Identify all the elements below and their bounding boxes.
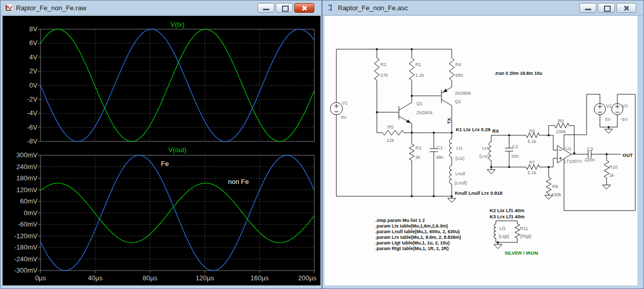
junction-dot: [608, 126, 610, 128]
schematic-label: .param Lnull table(Mu,1, 600u, 2, 630u): [375, 229, 460, 234]
waveform-plot-area[interactable]: 8V6V4V2V0V-2V-4V-6V-8VV(tx)300mV240mV180…: [3, 16, 320, 285]
schematic-label: R3: [415, 146, 421, 151]
maximize-button[interactable]: [598, 3, 615, 13]
maximize-button[interactable]: [276, 3, 293, 13]
y-tick-label: 8V: [29, 25, 37, 33]
y-tick-label: 180mV: [16, 174, 38, 182]
waveform-titlebar[interactable]: Raptor_Fe_non_Fe.raw: [1, 1, 321, 15]
schematic-label: OUT: [622, 152, 633, 158]
x-tick-label: 80µs: [143, 274, 157, 282]
schematic-label: R4: [455, 62, 461, 67]
junction-dot: [411, 95, 413, 97]
schematic-label: .param Ltx table(Mu,1,6m,2,6.3m): [375, 223, 448, 229]
y-tick-label: 120mV: [16, 186, 38, 194]
junction-dot: [490, 166, 492, 168]
schematic-label: 27k: [380, 73, 388, 78]
schematic-label: V1: [342, 100, 348, 106]
pane-title: V(out): [168, 146, 186, 154]
trace-annotation: Fe: [161, 160, 169, 168]
y-tick-label: 240mV: [16, 163, 38, 171]
schematic-label: R11: [520, 226, 528, 231]
minimize-button[interactable]: [579, 3, 596, 13]
schematic-label: Lrx: [482, 146, 489, 151]
schematic-label: 1k: [609, 173, 614, 178]
schematic-canvas[interactable]: V19VR227kR11.2kR4680Q12N39042N3906Q2R512…: [325, 16, 642, 285]
schematic-label: 100k: [556, 129, 566, 134]
schematic-label: R7: [529, 160, 535, 165]
junction-dot: [606, 153, 608, 155]
schematic-icon: [327, 4, 335, 12]
y-tick-label: -60mV: [18, 220, 38, 228]
schematic-label: K2 Ltx Lf1 40m: [490, 208, 525, 213]
schematic-label: .param Ltgt table(Mu,1, 1u, 2, 10u): [375, 240, 450, 245]
maximize-square-icon: [282, 6, 289, 12]
y-tick-label: -4V: [27, 109, 38, 117]
schematic-label: {Rtgt}: [520, 234, 532, 239]
trace-annotation: non Fe: [228, 178, 249, 185]
schematic-label: 48n: [436, 155, 444, 160]
schematic-titlebar[interactable]: Raptor_Fe_non_Fe.asc: [323, 1, 643, 15]
x-tick-label: 160µs: [250, 274, 269, 282]
minimize-button[interactable]: [257, 3, 274, 13]
close-button[interactable]: [616, 3, 636, 13]
schematic-label: 220n: [585, 157, 595, 162]
schematic-label: {Ltx}: [455, 156, 465, 161]
schematic-label: R5: [388, 125, 394, 130]
schematic-label: 12k: [387, 138, 394, 143]
schematic-label: 2N3904: [416, 110, 433, 115]
y-tick-label: 2V: [29, 67, 37, 75]
schematic-label: R6: [529, 129, 535, 134]
y-tick-label: -2V: [27, 95, 38, 103]
junction-dot: [376, 48, 378, 50]
junction-dot: [508, 134, 510, 136]
schematic-label: R9: [558, 118, 564, 123]
schematic-label: .param Lrx table(Mu,1, 8.6m, 2, 8.826m): [375, 235, 461, 240]
schematic-window[interactable]: Raptor_Fe_non_Fe.asc V19VR227kR11.2kR468…: [322, 0, 644, 289]
waveform-window[interactable]: Raptor_Fe_non_Fe.raw 8V6V4V2V0V-2V-4V-6V…: [0, 0, 322, 289]
junction-dot: [548, 134, 550, 136]
close-x-icon: [623, 5, 629, 11]
schematic-label: Lf1: [499, 226, 506, 231]
schematic-label: V2: [606, 104, 612, 109]
schematic-label: .tran 0 20m 19.8m 10u: [494, 71, 542, 76]
junction-dot: [411, 48, 413, 50]
schematic-label: 2N3906: [455, 91, 471, 96]
schematic-label: 5.1k: [528, 170, 537, 175]
schematic-label: V3: [622, 104, 628, 109]
schematic-label: 5.1k: [528, 139, 537, 144]
schematic-label: R2: [380, 62, 387, 67]
schematic-label: K1 Ltx Lrx 0.29: [456, 127, 491, 132]
schematic-label: 9V: [341, 115, 347, 120]
waveform-graph-icon: [5, 4, 13, 12]
y-tick-label: -180mV: [14, 243, 37, 251]
junction-dot: [508, 166, 510, 168]
y-tick-label: 6V: [29, 39, 37, 47]
junction-dot: [433, 195, 435, 197]
schematic-label: R8: [552, 184, 558, 189]
schematic-label: {Lrx}: [479, 154, 489, 159]
junction-dot: [451, 132, 453, 134]
schematic-label: 33n: [511, 154, 519, 159]
schematic-label: 5V: [605, 117, 611, 122]
schematic-label: {Lnull}: [454, 180, 467, 185]
x-tick-label: 120µs: [196, 274, 214, 282]
junction-dot: [548, 166, 550, 168]
schematic-label: .step param Mu list 1 2: [375, 218, 425, 223]
schematic-label: RX: [492, 128, 499, 134]
y-tick-label: -120mV: [14, 232, 37, 240]
schematic-window-title: Raptor_Fe_non_Fe.asc: [338, 4, 408, 12]
maximize-square-icon: [604, 6, 611, 12]
y-tick-label: 300mV: [16, 151, 38, 159]
y-tick-label: 0mV: [24, 209, 37, 217]
y-tick-label: -8V: [27, 137, 38, 145]
schematic-label: K3 Lrx Lf1 40m: [490, 214, 525, 219]
schematic-label: LT1007A: [564, 159, 582, 164]
schematic-label: Q1: [416, 101, 422, 106]
x-tick-label: 200µs: [298, 274, 316, 282]
junction-dot: [411, 195, 413, 197]
close-button[interactable]: [294, 3, 314, 13]
schematic-label: SILVER / IRON: [505, 250, 538, 256]
schematic-label: 1.2k: [415, 73, 425, 78]
schematic-label: 100k: [551, 192, 561, 197]
schematic-label: Q2: [455, 99, 461, 104]
